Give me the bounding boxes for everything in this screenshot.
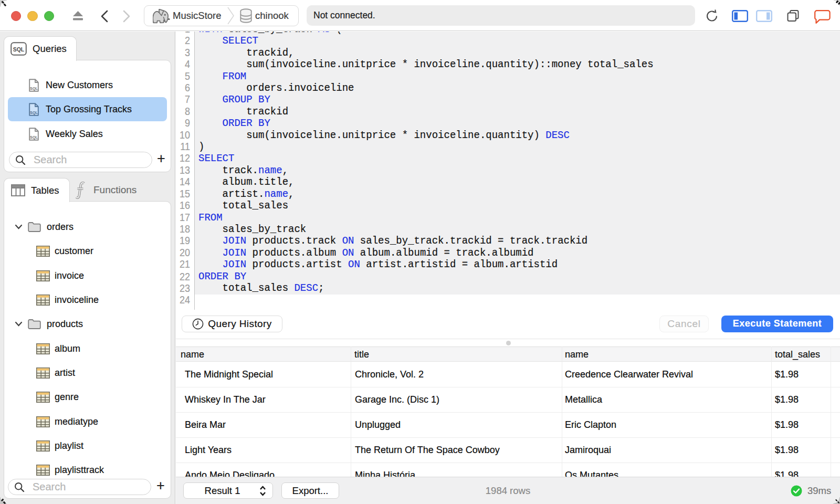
svg-text:SQL: SQL <box>30 134 38 139</box>
svg-text:SQL: SQL <box>13 46 25 52</box>
svg-text:SQL: SQL <box>30 86 38 90</box>
svg-text:SQL: SQL <box>30 110 38 114</box>
